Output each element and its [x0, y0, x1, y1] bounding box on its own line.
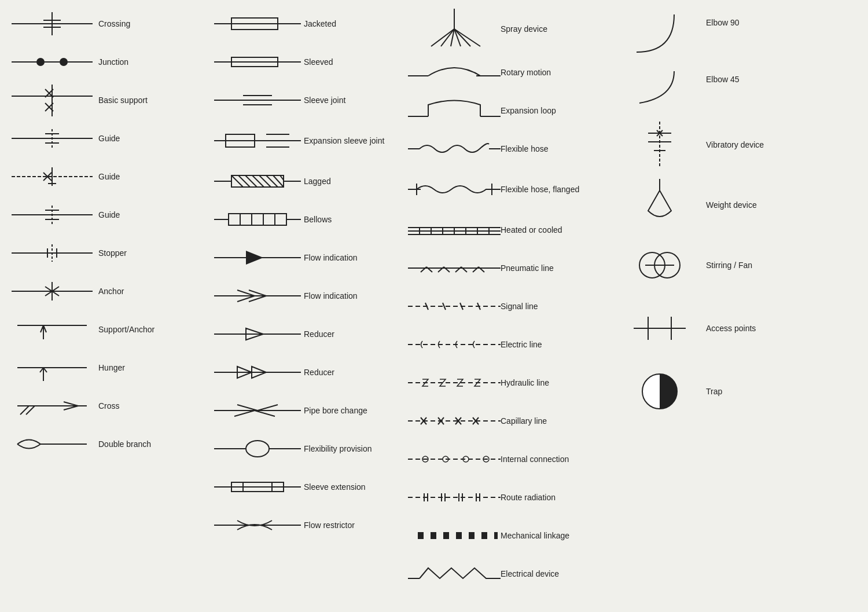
row-flow-indication-filled: Flow indication: [211, 240, 408, 276]
label-capillary-line: Capillary line: [501, 416, 547, 426]
svg-rect-77: [240, 214, 252, 225]
label-elbow-45: Elbow 45: [706, 74, 740, 85]
symbol-guide3: [6, 203, 98, 226]
row-guide2: Guide: [6, 159, 211, 195]
label-flexible-hose: Flexible hose: [501, 144, 549, 154]
row-internal-connection: Internal connection: [408, 441, 613, 477]
row-anchor: Anchor: [6, 273, 211, 309]
label-mechanical-linkage: Mechanical linkage: [501, 530, 569, 541]
label-rotary-motion: Rotary motion: [501, 67, 551, 78]
symbol-route-radiation: [408, 486, 501, 509]
svg-rect-79: [263, 214, 275, 225]
symbol-spray-device: [408, 9, 501, 49]
symbol-weight-device: [613, 179, 706, 231]
svg-rect-78: [252, 214, 263, 225]
row-guide3: Guide: [6, 197, 211, 233]
label-flow-indication-outline: Flow indication: [304, 291, 358, 301]
symbol-sleeve-joint: [211, 89, 304, 112]
row-stirring-fan: Stirring / Fan: [613, 236, 770, 294]
svg-marker-82: [246, 251, 263, 265]
label-support-anchor: Support/Anchor: [98, 324, 155, 335]
row-rotary-motion: Rotary motion: [408, 54, 613, 90]
symbol-mechanical-linkage: [408, 524, 501, 547]
row-junction: Junction: [6, 44, 211, 80]
row-sleeved: Sleeved: [211, 44, 408, 80]
label-sleeved: Sleeved: [304, 57, 333, 67]
row-bellows: Bellows: [211, 201, 408, 237]
symbol-expansion-loop: [408, 96, 501, 125]
label-stirring-fan: Stirring / Fan: [706, 260, 752, 270]
row-trap: Trap: [613, 362, 770, 420]
label-hunger: Hunger: [98, 362, 125, 373]
label-lagged: Lagged: [304, 176, 331, 186]
row-lagged: Lagged: [211, 163, 408, 199]
label-signal-line: Signal line: [501, 301, 538, 312]
symbol-hydraulic-line: [408, 371, 501, 394]
row-electric-line: Electric line: [408, 327, 613, 362]
symbol-flow-indication-outline: [211, 284, 304, 307]
row-crossing: Crossing: [6, 6, 211, 42]
row-flow-indication-outline: Flow indication: [211, 278, 408, 314]
row-expansion-loop: Expansion loop: [408, 93, 613, 129]
label-electric-line: Electric line: [501, 339, 542, 350]
row-hydraulic-line: Hydraulic line: [408, 365, 613, 401]
label-flexibility-provision: Flexibility provision: [304, 444, 372, 454]
label-weight-device: Weight device: [706, 200, 757, 210]
row-elbow-90: Elbow 90: [613, 6, 770, 65]
row-basic-support: Basic support: [6, 82, 211, 118]
row-double-branch: Double branch: [6, 426, 211, 462]
symbol-bellows: [211, 208, 304, 231]
label-junction: Junction: [98, 57, 128, 67]
label-cross: Cross: [98, 401, 120, 411]
symbol-stirring-fan: [613, 239, 706, 291]
symbol-rotary-motion: [408, 60, 501, 86]
label-guide3: Guide: [98, 210, 120, 220]
row-pipe-bore-change: Pipe bore change: [211, 393, 408, 428]
symbol-hunger: [6, 353, 98, 382]
svg-line-69: [252, 175, 264, 187]
row-expansion-sleeve-joint: Expansion sleeve joint: [211, 120, 408, 161]
symbol-flexible-hose-flanged: [408, 177, 501, 203]
svg-rect-80: [275, 214, 286, 225]
symbol-elbow-90: [613, 12, 706, 64]
row-reducer1: Reducer: [211, 316, 408, 352]
label-crossing: Crossing: [98, 19, 130, 29]
row-sleeve-joint: Sleeve joint: [211, 82, 408, 118]
symbol-capillary-line: [408, 409, 501, 433]
svg-line-43: [64, 402, 78, 406]
svg-line-68: [245, 175, 257, 187]
label-hydraulic-line: Hydraulic line: [501, 378, 549, 388]
label-electrical-device: Electrical device: [501, 569, 559, 579]
svg-line-66: [231, 175, 243, 187]
label-pneumatic-line: Pneumatic line: [501, 263, 554, 273]
row-guide1: Guide: [6, 120, 211, 156]
label-access-points: Access points: [706, 323, 756, 334]
row-support-anchor: Support/Anchor: [6, 312, 211, 347]
symbol-reducer1: [211, 323, 304, 346]
page: Crossing Junction: [0, 0, 868, 612]
svg-rect-76: [229, 214, 240, 225]
row-elbow-45: Elbow 45: [613, 67, 770, 113]
symbol-flow-restrictor: [211, 514, 304, 537]
label-basic-support: Basic support: [98, 95, 148, 105]
symbol-sleeved: [211, 50, 304, 74]
label-reducer1: Reducer: [304, 329, 334, 339]
symbol-heated-cooled: [408, 218, 501, 241]
row-flexibility-provision: Flexibility provision: [211, 431, 408, 467]
svg-point-5: [36, 58, 45, 66]
svg-rect-179: [411, 532, 418, 539]
symbol-jacketed: [211, 12, 304, 35]
symbol-electric-line: [408, 333, 501, 356]
row-weight-device: Weight device: [613, 176, 770, 234]
row-flexible-hose-flanged: Flexible hose, flanged: [408, 169, 613, 210]
symbol-crossing: [6, 12, 98, 35]
row-electrical-device: Electrical device: [408, 556, 613, 592]
symbol-elbow-45: [613, 68, 706, 109]
symbol-lagged: [211, 170, 304, 193]
label-anchor: Anchor: [98, 286, 124, 296]
column-1: Crossing Junction: [6, 6, 211, 606]
symbol-stopper: [6, 241, 98, 265]
row-jacketed: Jacketed: [211, 6, 408, 42]
symbol-flexible-hose: [408, 137, 501, 160]
row-pneumatic-line: Pneumatic line: [408, 250, 613, 286]
